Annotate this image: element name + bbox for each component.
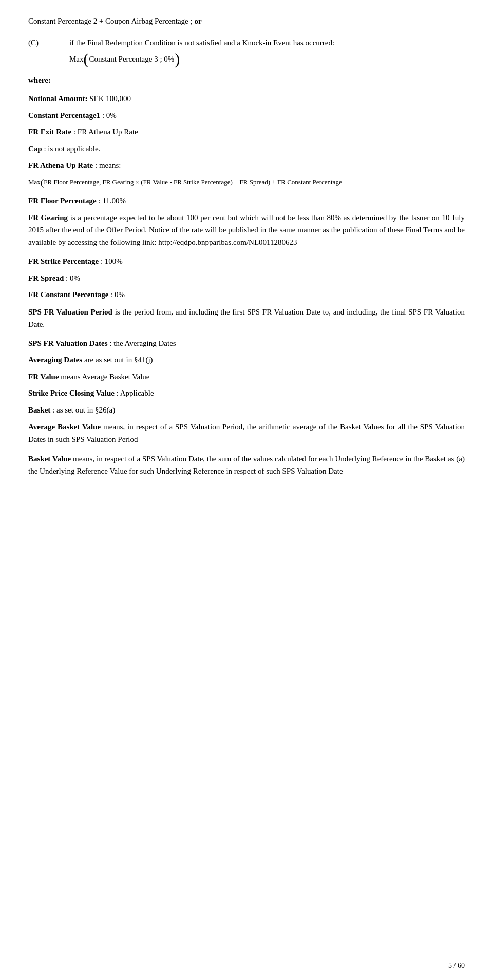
basket-text: : as set out in §26(a)	[52, 406, 115, 414]
sps-fr-valuation-dates-text: : the Averaging Dates	[109, 339, 176, 347]
header-line: Constant Percentage 2 + Coupon Airbag Pe…	[28, 15, 465, 27]
fr-gearing-text: is a percentage expected to be about 100…	[28, 213, 465, 246]
where-label: where:	[28, 74, 465, 86]
fr-spread-value: : 0%	[66, 274, 80, 282]
fr-athena-formula-content: FR Floor Percentage, FR Gearing × (FR Va…	[44, 178, 232, 186]
c-content: if the Final Redemption Condition is not…	[69, 36, 465, 65]
max-label: Max	[69, 53, 84, 65]
page-number-text: 5 / 60	[448, 962, 465, 969]
strike-price-line: Strike Price Closing Value : Applicable	[28, 387, 465, 399]
fr-exit-rate-label: FR Exit Rate	[28, 128, 71, 136]
c-intro-text: if the Final Redemption Condition is not…	[69, 38, 334, 47]
header-text: Constant Percentage 2 + Coupon Airbag Pe…	[28, 17, 194, 25]
fr-gearing-paragraph: FR Gearing is a percentage expected to b…	[28, 211, 465, 248]
c-label: (C)	[28, 36, 69, 49]
big-paren-close: )	[175, 53, 180, 65]
constant-pct1-label: Constant Percentage1	[28, 111, 100, 120]
fr-gearing-bold: FR Gearing	[28, 213, 68, 222]
fr-floor-line: FR Floor Percentage : 11.00%	[28, 195, 465, 207]
notional-line: Notional Amount: SEK 100,000	[28, 93, 465, 105]
max-content: Constant Percentage 3 ; 0%	[89, 53, 175, 65]
fr-athena-formula: Max(FR Floor Percentage, FR Gearing × (F…	[28, 177, 465, 188]
basket-line: Basket : as set out in §26(a)	[28, 404, 465, 416]
avg-basket-value-label: Average Basket Value	[28, 423, 101, 431]
fr-athena-label-line: FR Athena Up Rate : means:	[28, 160, 465, 171]
fr-floor-label: FR Floor Percentage	[28, 197, 97, 205]
fr-constant-label: FR Constant Percentage	[28, 290, 108, 299]
big-paren-open: (	[84, 53, 89, 65]
header-bold: or	[194, 17, 201, 25]
fr-athena-formula-end: + FR Spread) + FR Constant Percentage	[233, 178, 342, 186]
strike-price-label: Strike Price Closing Value	[28, 389, 115, 397]
fr-athena-formula-prefix: Max	[28, 178, 41, 186]
averaging-dates-text: are as set out in §41(j)	[84, 356, 153, 364]
fr-strike-line: FR Strike Percentage : 100%	[28, 256, 465, 267]
fr-spread-line: FR Spread : 0%	[28, 272, 465, 284]
notional-value: SEK 100,000	[89, 94, 131, 103]
fr-exit-rate-line: FR Exit Rate : FR Athena Up Rate	[28, 126, 465, 138]
constant-pct1-value: : 0%	[102, 111, 117, 120]
cap-line: Cap : is not applicable.	[28, 143, 465, 155]
basket-value-para: Basket Value means, in respect of a SPS …	[28, 453, 465, 477]
avg-basket-value-para: Average Basket Value means, in respect o…	[28, 421, 465, 445]
page-number: 5 / 60	[448, 962, 465, 970]
max-formula-line: Max ( Constant Percentage 3 ; 0% )	[69, 53, 465, 65]
page-container: Constant Percentage 2 + Coupon Airbag Pe…	[0, 0, 493, 980]
where-block: where:	[28, 74, 465, 86]
fr-floor-value: : 11.00%	[98, 197, 126, 205]
section-c-block: (C) if the Final Redemption Condition is…	[28, 36, 465, 65]
fr-value-text: means Average Basket Value	[61, 373, 149, 381]
cap-label: Cap	[28, 145, 42, 153]
sps-fr-valuation-dates-line: SPS FR Valuation Dates : the Averaging D…	[28, 338, 465, 349]
fr-value-label: FR Value	[28, 373, 59, 381]
strike-price-text: : Applicable	[117, 389, 154, 397]
fr-constant-line: FR Constant Percentage : 0%	[28, 289, 465, 301]
fr-strike-label: FR Strike Percentage	[28, 257, 99, 265]
basket-value-text: means, in respect of a SPS Valuation Dat…	[28, 455, 465, 475]
constant-pct1-line: Constant Percentage1 : 0%	[28, 110, 465, 122]
cap-value: : is not applicable.	[44, 145, 100, 153]
averaging-dates-label: Averaging Dates	[28, 356, 82, 364]
averaging-dates-line: Averaging Dates are as set out in §41(j)	[28, 354, 465, 366]
notional-label: Notional Amount:	[28, 94, 87, 103]
sps-fr-valuation-period-label: SPS FR Valuation Period	[28, 308, 112, 316]
fr-value-line: FR Value means Average Basket Value	[28, 371, 465, 383]
fr-spread-label: FR Spread	[28, 274, 64, 282]
c-label-text: (C)	[28, 38, 39, 47]
fr-constant-value: : 0%	[110, 290, 125, 299]
basket-label: Basket	[28, 406, 50, 414]
fr-exit-rate-value: : FR Athena Up Rate	[73, 128, 138, 136]
sps-fr-valuation-dates-label: SPS FR Valuation Dates	[28, 339, 108, 347]
fr-strike-value: : 100%	[101, 257, 123, 265]
fr-athena-colon: : means:	[95, 161, 121, 169]
fr-athena-label: FR Athena Up Rate	[28, 161, 93, 169]
basket-value-label: Basket Value	[28, 455, 71, 463]
sps-fr-valuation-period-para: SPS FR Valuation Period is the period fr…	[28, 306, 465, 330]
